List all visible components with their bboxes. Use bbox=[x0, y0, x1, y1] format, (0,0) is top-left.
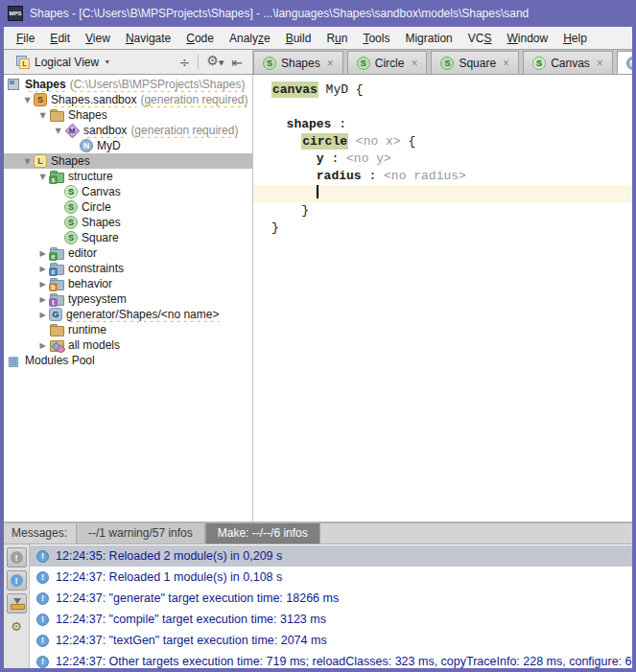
tree-item-label: all models bbox=[68, 338, 120, 352]
tree-item-typesystem[interactable]: ▶ttypesystem bbox=[4, 291, 252, 307]
tree-item-generator-shapes-no-name[interactable]: ▶Ggenerator/Shapes/<no name> bbox=[4, 307, 252, 322]
node-icon: N bbox=[80, 139, 93, 152]
collapsed-arrow-icon[interactable]: ▶ bbox=[36, 341, 49, 350]
tree-item-shapes[interactable]: SShapes bbox=[4, 215, 252, 230]
menu-edit[interactable]: Edit bbox=[42, 29, 78, 48]
expanded-arrow-icon[interactable]: ▼ bbox=[21, 157, 34, 166]
collapsed-arrow-icon[interactable]: ▶ bbox=[36, 311, 49, 319]
code-token: { bbox=[401, 134, 416, 149]
app-window: MPS Shapes - [C:\Users\B\MPSProjects\Sha… bbox=[0, 0, 636, 672]
concept-icon: S bbox=[64, 185, 78, 198]
toolbar-icons: ÷ ⚙▼ ⇤ bbox=[179, 54, 247, 70]
menu-view[interactable]: View bbox=[78, 29, 118, 48]
generator-icon: G bbox=[49, 308, 62, 321]
code-token: <no radius> bbox=[384, 169, 466, 183]
tree-item-modules-pool[interactable]: ▦Modules Pool bbox=[4, 353, 252, 368]
tree-item-shapes[interactable]: ▼Shapes bbox=[4, 107, 252, 123]
menu-help[interactable]: Help bbox=[555, 29, 595, 48]
constraints-folder-icon: c bbox=[49, 261, 64, 276]
title-bar[interactable]: MPS Shapes - [C:\Users\B\MPSProjects\Sha… bbox=[0, 0, 636, 27]
tree-item-shapes-sandbox[interactable]: ▼SShapes.sandbox(generation required) bbox=[4, 92, 252, 107]
gear-icon[interactable]: ⚙▼ bbox=[206, 54, 224, 70]
expanded-arrow-icon[interactable]: ▼ bbox=[21, 96, 34, 104]
message-text: 12:24:35: Reloaded 2 module(s) in 0,209 … bbox=[56, 549, 282, 563]
tree-item-behavior[interactable]: ▶bbehavior bbox=[4, 276, 252, 291]
messages-tab-make[interactable]: Make: --/--/6 infos bbox=[205, 523, 320, 544]
code-line: circle <no x> { bbox=[253, 133, 632, 151]
message-text: 12:24:37: "generate" target execution ti… bbox=[56, 591, 339, 605]
window-title: Shapes - [C:\Users\B\MPSProjects\Shapes]… bbox=[30, 7, 529, 20]
toggle-info-button[interactable]: ! bbox=[7, 570, 27, 591]
behavior-folder-icon: b bbox=[49, 276, 64, 291]
collapsed-arrow-icon[interactable]: ▶ bbox=[36, 249, 49, 258]
all-models-icon bbox=[49, 337, 64, 353]
messages-tab-warnings[interactable]: --/1 warning/57 infos bbox=[76, 523, 205, 544]
tree-item-square[interactable]: SSquare bbox=[4, 230, 252, 245]
tree-item-myd[interactable]: NMyD bbox=[4, 138, 252, 153]
solution-icon: S bbox=[34, 93, 47, 106]
tree-item-constraints[interactable]: ▶cconstraints bbox=[4, 261, 252, 276]
message-row[interactable]: !12:24:37: "compile" target execution ti… bbox=[30, 609, 632, 630]
menu-vcs[interactable]: VCS bbox=[460, 29, 500, 48]
menu-tools[interactable]: Tools bbox=[355, 29, 397, 48]
menu-analyze[interactable]: Analyze bbox=[222, 29, 278, 48]
tree-item-canvas[interactable]: SCanvas bbox=[4, 184, 252, 199]
message-row[interactable]: !12:24:37: Other targets execution time:… bbox=[30, 651, 632, 668]
message-row[interactable]: !12:24:37: "generate" target execution t… bbox=[30, 588, 632, 609]
concept-icon: S bbox=[440, 57, 454, 70]
tree-item-all-models[interactable]: ▶all models bbox=[4, 337, 252, 353]
close-icon[interactable]: × bbox=[597, 57, 603, 70]
close-icon[interactable]: × bbox=[411, 57, 417, 70]
tab-myd[interactable]: NMyD× bbox=[617, 51, 632, 74]
project-tree[interactable]: Shapes(C:\Users\B\MPSProjects\Shapes)▼SS… bbox=[4, 75, 253, 521]
tree-item-label: Shapes bbox=[25, 78, 66, 91]
code-token: shapes bbox=[287, 117, 332, 131]
menu-run[interactable]: Run bbox=[318, 29, 355, 48]
expanded-arrow-icon[interactable]: ▼ bbox=[36, 173, 49, 181]
tree-item-shapes[interactable]: ▼LShapes bbox=[4, 153, 252, 169]
close-icon[interactable]: × bbox=[327, 57, 334, 70]
window-content: FileEditViewNavigateCodeAnalyzeBuildRunT… bbox=[4, 27, 632, 668]
close-icon[interactable]: × bbox=[503, 57, 509, 70]
menu-build[interactable]: Build bbox=[278, 29, 319, 48]
tree-item-circle[interactable]: SCircle bbox=[4, 199, 252, 215]
tree-item-suffix: (generation required) bbox=[130, 124, 238, 137]
tree-item-shapes[interactable]: Shapes(C:\Users\B\MPSProjects\Shapes) bbox=[4, 77, 252, 92]
collapse-icon[interactable]: ⇤ bbox=[231, 56, 243, 69]
messages-panel: Messages: --/1 warning/57 infosMake: --/… bbox=[4, 521, 632, 668]
menu-window[interactable]: Window bbox=[499, 29, 555, 48]
collapsed-arrow-icon[interactable]: ▶ bbox=[36, 295, 49, 304]
tree-item-sandbox[interactable]: ▼Msandbox(generation required) bbox=[4, 123, 252, 138]
collapsed-arrow-icon[interactable]: ▶ bbox=[36, 280, 49, 289]
logical-view-icon bbox=[15, 55, 30, 69]
code-token bbox=[271, 186, 317, 200]
message-row[interactable]: !12:24:37: "textGen" target execution ti… bbox=[30, 630, 632, 651]
editor-tab-bar: SShapes×SCircle×SSquare×SCanvas×NMyD× bbox=[253, 50, 632, 74]
text-cursor bbox=[317, 185, 318, 198]
tab-canvas[interactable]: SCanvas× bbox=[523, 51, 613, 74]
view-selector-dropdown[interactable]: Logical View ▼ bbox=[10, 52, 116, 72]
message-row[interactable]: !12:24:37: Reloaded 1 module(s) in 0,108… bbox=[30, 567, 632, 588]
tree-item-suffix: (C:\Users\B\MPSProjects\Shapes) bbox=[70, 78, 246, 91]
divide-icon[interactable]: ÷ bbox=[179, 56, 191, 69]
settings-button[interactable]: ⚙ bbox=[7, 616, 27, 637]
tree-item-runtime[interactable]: runtime bbox=[4, 322, 252, 337]
toggle-warnings-button[interactable]: ! bbox=[7, 547, 27, 568]
expanded-arrow-icon[interactable]: ▼ bbox=[52, 127, 64, 135]
tab-square[interactable]: SSquare× bbox=[431, 51, 519, 74]
export-log-button[interactable] bbox=[7, 593, 27, 614]
messages-header: Messages: --/1 warning/57 infosMake: --/… bbox=[4, 523, 632, 545]
tree-item-editor[interactable]: ▶eeditor bbox=[4, 245, 252, 261]
menu-code[interactable]: Code bbox=[178, 29, 222, 48]
message-row[interactable]: !12:24:35: Reloaded 2 module(s) in 0,209… bbox=[30, 545, 632, 567]
code-editor[interactable]: canvas MyD { shapes : circle <no x> { y … bbox=[253, 75, 632, 521]
menu-file[interactable]: File bbox=[9, 29, 42, 48]
menu-migration[interactable]: Migration bbox=[397, 29, 459, 48]
collapsed-arrow-icon[interactable]: ▶ bbox=[36, 265, 49, 273]
tree-item-structure[interactable]: ▼sstructure bbox=[4, 169, 252, 184]
expanded-arrow-icon[interactable]: ▼ bbox=[36, 111, 49, 120]
tab-shapes[interactable]: SShapes× bbox=[253, 51, 343, 74]
wrench-icon: ⚙ bbox=[11, 619, 22, 634]
menu-navigate[interactable]: Navigate bbox=[118, 29, 178, 48]
tab-circle[interactable]: SCircle× bbox=[347, 51, 428, 74]
